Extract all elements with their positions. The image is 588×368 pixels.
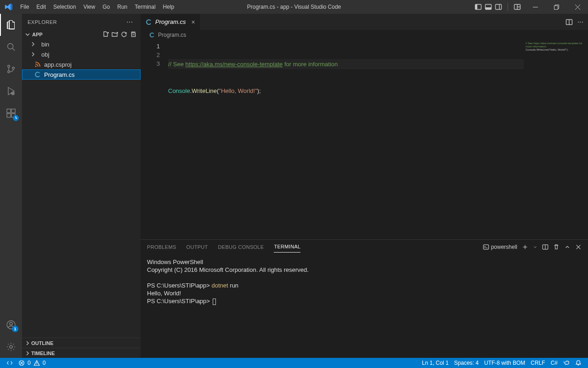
svg-point-13 [8,44,13,49]
collapse-all-icon[interactable] [130,31,137,38]
split-terminal-icon[interactable] [542,244,548,250]
window-minimize-button[interactable] [525,0,546,14]
svg-rect-35 [483,245,488,249]
activitybar-search[interactable] [0,36,22,58]
line-gutter: 1 2 3 [141,40,168,239]
kill-terminal-icon[interactable] [553,244,560,250]
editor-area: Program.cs × ··· Program.cs 1 2 3 // See… [141,14,588,358]
tree-file-program[interactable]: Program.cs [22,69,141,80]
toggle-panel-icon[interactable] [485,3,492,11]
window-maximize-button[interactable] [546,0,567,14]
outline-label: OUTLINE [31,340,53,346]
activitybar-explorer[interactable] [0,14,22,36]
timeline-section[interactable]: TIMELINE [22,348,141,358]
tree-file-csproj[interactable]: app.csproj [22,59,141,69]
status-problems[interactable]: 0 0 [16,360,48,366]
refresh-icon[interactable] [120,31,128,38]
menu-go[interactable]: Go [99,0,113,14]
customize-layout-icon[interactable] [514,3,521,11]
status-spaces[interactable]: Spaces: 4 [452,360,481,366]
panel-tab-terminal[interactable]: TERMINAL [274,241,300,253]
new-terminal-icon[interactable] [522,244,528,250]
activitybar-extensions[interactable] [0,102,22,124]
status-errors-count: 0 [28,360,31,366]
outline-section[interactable]: OUTLINE [22,338,141,348]
folder-label: bin [41,41,49,48]
panel-tab-problems[interactable]: PROBLEMS [147,242,176,253]
file-label: app.csproj [44,61,72,68]
title-bar: File Edit Selection View Go Run Terminal… [0,0,588,14]
new-file-icon[interactable] [102,31,109,38]
svg-point-15 [8,65,10,68]
activitybar-source-control[interactable] [0,58,22,80]
status-feedback-icon[interactable] [560,360,572,366]
status-remote[interactable] [4,360,16,366]
csharp-file-icon [145,18,153,26]
file-tree: bin obj app.csproj Program.cs [22,39,141,80]
svg-rect-10 [554,6,558,9]
menu-selection[interactable]: Selection [50,0,79,14]
status-eol[interactable]: CRLF [528,360,548,366]
breadcrumbs[interactable]: Program.cs [141,30,588,40]
new-folder-icon[interactable] [111,31,119,38]
editor-tab-program[interactable]: Program.cs × [141,14,200,30]
terminal-line: Hello, World! [147,289,582,297]
project-header[interactable]: APP [22,30,141,39]
status-ln-col[interactable]: Ln 1, Col 1 [419,360,452,366]
chevron-down-icon [24,31,31,38]
tab-title: Program.cs [155,18,186,25]
status-bell-icon[interactable] [572,360,584,366]
svg-rect-1 [475,5,477,9]
svg-point-46 [36,364,37,365]
activitybar-accounts[interactable]: 1 [0,314,22,336]
editor-tab-bar: Program.cs × ··· [141,14,588,30]
toggle-secondary-sidebar-icon[interactable] [495,3,502,11]
terminal-profile-icon[interactable]: powershell [483,244,517,250]
split-editor-icon[interactable] [565,18,573,26]
status-language[interactable]: C# [548,360,560,366]
terminal-line: Windows PowerShell [147,258,582,266]
status-encoding[interactable]: UTF-8 with BOM [481,360,528,366]
menu-terminal[interactable]: Terminal [131,0,159,14]
editor-more-icon[interactable]: ··· [577,18,583,26]
chevron-right-icon [29,51,40,58]
menu-view[interactable]: View [79,0,99,14]
menu-file[interactable]: File [17,0,33,14]
menu-help[interactable]: Help [159,0,178,14]
explorer-title: EXPLORER [28,19,57,25]
tab-close-icon[interactable]: × [191,18,195,26]
svg-rect-25 [11,109,15,113]
toggle-primary-sidebar-icon[interactable] [475,3,482,11]
panel-tab-debug[interactable]: DEBUG CONSOLE [218,242,264,253]
activity-bar: 1 [0,14,22,358]
svg-point-17 [12,67,15,69]
activitybar-run-debug[interactable] [0,80,22,102]
sidebar-explorer: EXPLORER ··· APP bin obj [22,14,141,358]
tree-folder-obj[interactable]: obj [22,49,141,59]
minimap[interactable]: // See https://aka.ms/new-console-templa… [524,40,588,239]
terminal-line: Copyright (C) 2016 Microsoft Corporation… [147,266,582,274]
vscode-logo-icon [5,3,13,11]
close-panel-icon[interactable] [575,244,582,250]
maximize-panel-icon[interactable] [564,244,571,250]
folder-label: obj [41,51,49,58]
project-name: APP [32,32,43,37]
svg-point-16 [8,71,10,73]
terminal-body[interactable]: Windows PowerShell Copyright (C) 2016 Mi… [141,254,588,358]
menu-run[interactable]: Run [113,0,131,14]
activitybar-settings[interactable] [0,336,22,358]
code-editor[interactable]: 1 2 3 // See https://aka.ms/new-console-… [141,40,588,239]
panel-tab-output[interactable]: OUTPUT [187,242,208,253]
menu-edit[interactable]: Edit [33,0,50,14]
status-bar: 0 0 Ln 1, Col 1 Spaces: 4 UTF-8 with BOM… [0,358,588,368]
csharp-file-icon [34,71,44,78]
explorer-more-icon[interactable]: ··· [124,18,135,26]
tree-folder-bin[interactable]: bin [22,39,141,49]
status-warnings-count: 0 [43,360,46,366]
timeline-label: TIMELINE [31,351,55,356]
chevron-right-icon [29,40,40,48]
terminal-dropdown-icon[interactable] [533,245,537,249]
layout-separator [508,3,508,11]
window-close-button[interactable] [567,0,588,14]
svg-point-29 [10,345,12,348]
